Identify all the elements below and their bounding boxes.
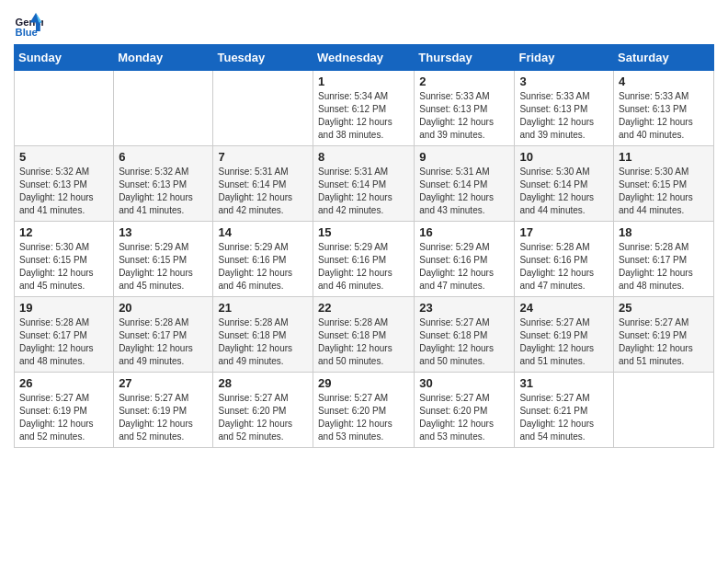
- calendar-cell: [114, 71, 213, 146]
- day-number: 1: [318, 75, 409, 88]
- day-info: Sunrise: 5:29 AM Sunset: 6:16 PM Dayligh…: [419, 241, 509, 293]
- calendar-cell: 12Sunrise: 5:30 AM Sunset: 6:15 PM Dayli…: [15, 222, 114, 297]
- calendar-cell: 19Sunrise: 5:28 AM Sunset: 6:17 PM Dayli…: [15, 297, 114, 373]
- day-number: 21: [218, 301, 308, 315]
- page-header: General Blue: [14, 9, 714, 39]
- weekday-header-tuesday: Tuesday: [213, 45, 313, 71]
- calendar-cell: 30Sunrise: 5:27 AM Sunset: 6:20 PM Dayli…: [415, 373, 515, 448]
- day-info: Sunrise: 5:32 AM Sunset: 6:13 PM Dayligh…: [119, 166, 208, 217]
- calendar-cell: 18Sunrise: 5:28 AM Sunset: 6:17 PM Dayli…: [614, 222, 714, 297]
- calendar-cell: 17Sunrise: 5:28 AM Sunset: 6:16 PM Dayli…: [515, 222, 614, 297]
- day-info: Sunrise: 5:28 AM Sunset: 6:17 PM Dayligh…: [19, 316, 108, 368]
- calendar-cell: 22Sunrise: 5:28 AM Sunset: 6:18 PM Dayli…: [313, 297, 415, 373]
- day-number: 27: [119, 376, 208, 390]
- svg-text:Blue: Blue: [16, 27, 38, 38]
- calendar-cell: 15Sunrise: 5:29 AM Sunset: 6:16 PM Dayli…: [313, 222, 415, 297]
- day-number: 30: [419, 376, 509, 390]
- weekday-header-monday: Monday: [114, 45, 213, 71]
- calendar-cell: 31Sunrise: 5:27 AM Sunset: 6:21 PM Dayli…: [515, 373, 614, 448]
- day-info: Sunrise: 5:30 AM Sunset: 6:15 PM Dayligh…: [619, 166, 709, 217]
- day-info: Sunrise: 5:27 AM Sunset: 6:21 PM Dayligh…: [519, 392, 609, 443]
- day-number: 22: [318, 301, 409, 315]
- day-info: Sunrise: 5:28 AM Sunset: 6:17 PM Dayligh…: [619, 241, 709, 293]
- calendar-week-3: 12Sunrise: 5:30 AM Sunset: 6:15 PM Dayli…: [15, 222, 714, 297]
- day-number: 6: [119, 150, 208, 164]
- calendar-cell: 4Sunrise: 5:33 AM Sunset: 6:13 PM Daylig…: [614, 71, 714, 146]
- calendar-week-5: 26Sunrise: 5:27 AM Sunset: 6:19 PM Dayli…: [15, 373, 714, 448]
- calendar-cell: 2Sunrise: 5:33 AM Sunset: 6:13 PM Daylig…: [415, 71, 515, 146]
- calendar-cell: 23Sunrise: 5:27 AM Sunset: 6:18 PM Dayli…: [415, 297, 515, 373]
- calendar-cell: 14Sunrise: 5:29 AM Sunset: 6:16 PM Dayli…: [213, 222, 313, 297]
- calendar-cell: 5Sunrise: 5:32 AM Sunset: 6:13 PM Daylig…: [15, 146, 114, 222]
- calendar-cell: 13Sunrise: 5:29 AM Sunset: 6:15 PM Dayli…: [114, 222, 213, 297]
- day-number: 8: [318, 150, 409, 164]
- day-info: Sunrise: 5:28 AM Sunset: 6:18 PM Dayligh…: [318, 316, 409, 368]
- day-number: 3: [519, 75, 609, 88]
- day-info: Sunrise: 5:31 AM Sunset: 6:14 PM Dayligh…: [218, 166, 308, 217]
- weekday-header-row: SundayMondayTuesdayWednesdayThursdayFrid…: [15, 45, 714, 71]
- calendar-week-1: 1Sunrise: 5:34 AM Sunset: 6:12 PM Daylig…: [15, 71, 714, 146]
- day-number: 18: [619, 225, 709, 239]
- day-number: 4: [619, 75, 709, 88]
- calendar-cell: 8Sunrise: 5:31 AM Sunset: 6:14 PM Daylig…: [313, 146, 415, 222]
- logo-icon: General Blue: [14, 9, 43, 39]
- day-number: 10: [519, 150, 609, 164]
- calendar-cell: 29Sunrise: 5:27 AM Sunset: 6:20 PM Dayli…: [313, 373, 415, 448]
- day-info: Sunrise: 5:28 AM Sunset: 6:16 PM Dayligh…: [519, 241, 609, 293]
- day-number: 25: [619, 301, 709, 315]
- calendar-cell: 11Sunrise: 5:30 AM Sunset: 6:15 PM Dayli…: [614, 146, 714, 222]
- day-info: Sunrise: 5:31 AM Sunset: 6:14 PM Dayligh…: [318, 166, 409, 217]
- day-info: Sunrise: 5:27 AM Sunset: 6:19 PM Dayligh…: [119, 392, 208, 443]
- day-number: 26: [19, 376, 108, 390]
- weekday-header-wednesday: Wednesday: [313, 45, 415, 71]
- day-number: 2: [419, 75, 509, 88]
- calendar-cell: 6Sunrise: 5:32 AM Sunset: 6:13 PM Daylig…: [114, 146, 213, 222]
- day-info: Sunrise: 5:27 AM Sunset: 6:19 PM Dayligh…: [519, 316, 609, 368]
- day-number: 13: [119, 225, 208, 239]
- calendar-cell: 20Sunrise: 5:28 AM Sunset: 6:17 PM Dayli…: [114, 297, 213, 373]
- calendar-week-4: 19Sunrise: 5:28 AM Sunset: 6:17 PM Dayli…: [15, 297, 714, 373]
- calendar-cell: [614, 373, 714, 448]
- day-number: 7: [218, 150, 308, 164]
- calendar-table: SundayMondayTuesdayWednesdayThursdayFrid…: [14, 44, 714, 448]
- day-number: 17: [519, 225, 609, 239]
- day-info: Sunrise: 5:34 AM Sunset: 6:12 PM Dayligh…: [318, 90, 409, 142]
- day-info: Sunrise: 5:30 AM Sunset: 6:14 PM Dayligh…: [519, 166, 609, 217]
- day-number: 5: [19, 150, 108, 164]
- calendar-cell: 25Sunrise: 5:27 AM Sunset: 6:19 PM Dayli…: [614, 297, 714, 373]
- calendar-cell: [15, 71, 114, 146]
- day-info: Sunrise: 5:32 AM Sunset: 6:13 PM Dayligh…: [19, 166, 108, 217]
- calendar-cell: [213, 71, 313, 146]
- calendar-week-2: 5Sunrise: 5:32 AM Sunset: 6:13 PM Daylig…: [15, 146, 714, 222]
- logo: General Blue: [14, 9, 43, 39]
- calendar-cell: 27Sunrise: 5:27 AM Sunset: 6:19 PM Dayli…: [114, 373, 213, 448]
- day-number: 31: [519, 376, 609, 390]
- day-info: Sunrise: 5:33 AM Sunset: 6:13 PM Dayligh…: [519, 90, 609, 142]
- day-number: 23: [419, 301, 509, 315]
- day-number: 20: [119, 301, 208, 315]
- day-number: 29: [318, 376, 409, 390]
- weekday-header-saturday: Saturday: [614, 45, 714, 71]
- calendar-cell: 3Sunrise: 5:33 AM Sunset: 6:13 PM Daylig…: [515, 71, 614, 146]
- day-number: 14: [218, 225, 308, 239]
- day-info: Sunrise: 5:33 AM Sunset: 6:13 PM Dayligh…: [419, 90, 509, 142]
- day-number: 24: [519, 301, 609, 315]
- calendar-cell: 24Sunrise: 5:27 AM Sunset: 6:19 PM Dayli…: [515, 297, 614, 373]
- calendar-cell: 28Sunrise: 5:27 AM Sunset: 6:20 PM Dayli…: [213, 373, 313, 448]
- day-info: Sunrise: 5:27 AM Sunset: 6:19 PM Dayligh…: [619, 316, 709, 368]
- day-info: Sunrise: 5:31 AM Sunset: 6:14 PM Dayligh…: [419, 166, 509, 217]
- day-number: 15: [318, 225, 409, 239]
- calendar-cell: 7Sunrise: 5:31 AM Sunset: 6:14 PM Daylig…: [213, 146, 313, 222]
- day-number: 28: [218, 376, 308, 390]
- day-info: Sunrise: 5:28 AM Sunset: 6:17 PM Dayligh…: [119, 316, 208, 368]
- weekday-header-friday: Friday: [515, 45, 614, 71]
- day-info: Sunrise: 5:27 AM Sunset: 6:20 PM Dayligh…: [218, 392, 308, 443]
- day-number: 12: [19, 225, 108, 239]
- calendar-cell: 26Sunrise: 5:27 AM Sunset: 6:19 PM Dayli…: [15, 373, 114, 448]
- calendar-cell: 10Sunrise: 5:30 AM Sunset: 6:14 PM Dayli…: [515, 146, 614, 222]
- day-number: 9: [419, 150, 509, 164]
- day-number: 19: [19, 301, 108, 315]
- day-info: Sunrise: 5:27 AM Sunset: 6:18 PM Dayligh…: [419, 316, 509, 368]
- weekday-header-sunday: Sunday: [15, 45, 114, 71]
- calendar-cell: 9Sunrise: 5:31 AM Sunset: 6:14 PM Daylig…: [415, 146, 515, 222]
